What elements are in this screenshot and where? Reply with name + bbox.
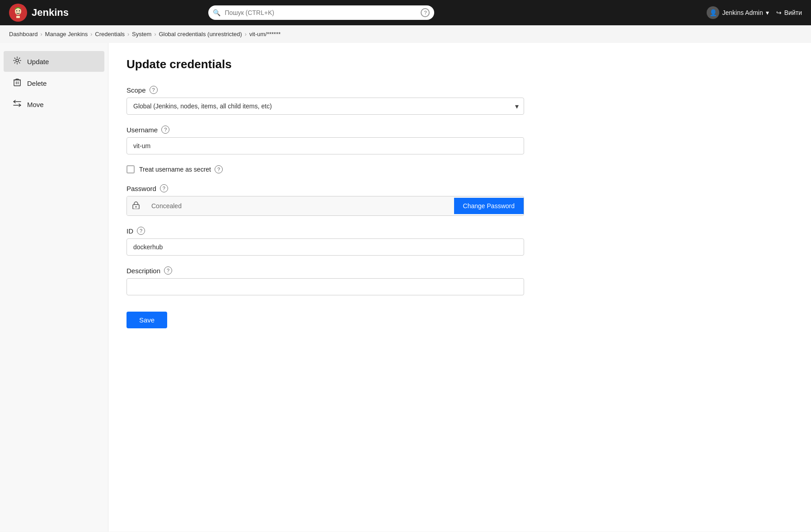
jenkins-logo-icon [9, 4, 27, 22]
delete-icon [13, 78, 22, 88]
sidebar-item-move[interactable]: Move [4, 94, 104, 114]
breadcrumb-system[interactable]: System [132, 31, 151, 37]
password-lock-icon [127, 196, 145, 215]
logout-text: Вийти [784, 9, 802, 16]
breadcrumb-sep-1: › [41, 31, 42, 37]
treat-username-label[interactable]: Treat username as secret ? [139, 165, 223, 173]
breadcrumb-sep-2: › [90, 31, 92, 37]
treat-username-row: Treat username as secret ? [127, 165, 793, 173]
description-group: Description ? [127, 266, 793, 295]
user-name: Jenkins Admin [722, 9, 763, 16]
breadcrumb: Dashboard › Manage Jenkins › Credentials… [0, 25, 811, 43]
svg-point-3 [19, 10, 20, 11]
password-row: Concealed Change Password [127, 196, 524, 216]
svg-rect-7 [14, 80, 20, 86]
logout-icon: ↪ [776, 9, 782, 16]
username-label: Username ? [127, 126, 793, 134]
id-input[interactable] [127, 238, 524, 256]
description-input[interactable] [127, 278, 524, 295]
treat-username-checkbox[interactable] [127, 165, 135, 173]
username-group: Username ? [127, 126, 793, 154]
scope-select[interactable]: Global (Jenkins, nodes, items, all child… [127, 98, 524, 115]
update-icon [13, 56, 22, 66]
username-input[interactable] [127, 137, 524, 154]
search-input[interactable] [208, 5, 434, 20]
main-content: Update credentials Scope ? Global (Jenki… [108, 43, 811, 532]
sidebar-item-move-label: Move [27, 101, 44, 108]
breadcrumb-global-credentials[interactable]: Global credentials (unrestricted) [159, 31, 242, 37]
password-concealed-text: Concealed [145, 198, 454, 214]
description-help-icon[interactable]: ? [164, 266, 172, 275]
save-row: Save [127, 306, 793, 328]
treat-username-help-icon[interactable]: ? [215, 165, 223, 173]
header-right: 👤 Jenkins Admin ▾ ↪ Вийти [707, 6, 802, 19]
scope-help-icon[interactable]: ? [150, 86, 158, 94]
move-icon [13, 100, 22, 109]
page-title: Update credentials [127, 57, 793, 71]
id-group: ID ? [127, 227, 793, 256]
search-wrapper: 🔍 ? [208, 5, 434, 20]
breadcrumb-current[interactable]: vit-um/****** [249, 31, 281, 37]
id-label: ID ? [127, 227, 793, 235]
breadcrumb-credentials[interactable]: Credentials [95, 31, 125, 37]
password-help-icon[interactable]: ? [160, 184, 168, 192]
jenkins-logo[interactable]: Jenkins [9, 4, 69, 22]
description-label: Description ? [127, 266, 793, 275]
breadcrumb-dashboard[interactable]: Dashboard [9, 31, 38, 37]
sidebar-item-delete[interactable]: Delete [4, 73, 104, 93]
svg-point-6 [16, 59, 19, 62]
svg-rect-5 [16, 16, 20, 18]
scope-group: Scope ? Global (Jenkins, nodes, items, a… [127, 86, 793, 115]
scope-label: Scope ? [127, 86, 793, 94]
search-icon: 🔍 [213, 9, 220, 16]
sidebar-item-update-label: Update [27, 58, 49, 65]
sidebar-item-delete-label: Delete [27, 79, 47, 87]
user-menu[interactable]: 👤 Jenkins Admin ▾ [707, 6, 769, 19]
breadcrumb-sep-5: › [245, 31, 247, 37]
id-help-icon[interactable]: ? [137, 227, 145, 235]
save-button[interactable]: Save [127, 312, 167, 328]
user-avatar-icon: 👤 [707, 6, 719, 19]
header: Jenkins 🔍 ? 👤 Jenkins Admin ▾ ↪ Вийти [0, 0, 811, 25]
password-label: Password ? [127, 184, 793, 192]
main-layout: Update Delete Move [0, 43, 811, 532]
svg-point-2 [16, 10, 17, 11]
breadcrumb-sep-3: › [127, 31, 129, 37]
username-help-icon[interactable]: ? [161, 126, 169, 134]
jenkins-logo-text: Jenkins [32, 7, 69, 19]
logout-button[interactable]: ↪ Вийти [776, 9, 802, 16]
svg-point-12 [136, 206, 137, 208]
password-group: Password ? Concealed Change Password [127, 184, 793, 216]
user-dropdown-icon: ▾ [766, 9, 769, 16]
sidebar: Update Delete Move [0, 43, 108, 532]
change-password-button[interactable]: Change Password [454, 198, 524, 214]
breadcrumb-manage-jenkins[interactable]: Manage Jenkins [45, 31, 88, 37]
breadcrumb-sep-4: › [154, 31, 156, 37]
scope-select-wrapper: Global (Jenkins, nodes, items, all child… [127, 98, 524, 115]
sidebar-item-update[interactable]: Update [4, 51, 104, 72]
